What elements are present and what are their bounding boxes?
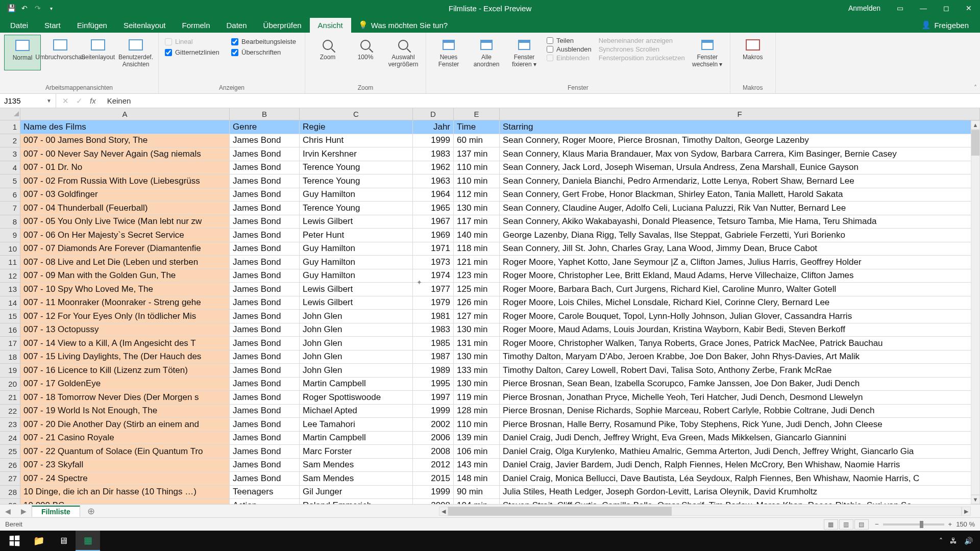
cell[interactable]: Sean Connery, Gert Frobe, Honor Blackman… — [500, 188, 980, 202]
cell[interactable]: John Glen — [300, 350, 413, 364]
cell[interactable]: 1999 — [413, 486, 454, 499]
collapse-ribbon-icon[interactable]: ˄ — [974, 84, 977, 91]
cell[interactable]: 143 min — [454, 459, 500, 472]
column-header-E[interactable]: E — [454, 108, 500, 120]
cell[interactable]: Sean Connery, Jack Lord, Joseph Wiseman,… — [500, 161, 980, 175]
view-pagelayout-icon[interactable]: ▥ — [839, 519, 853, 530]
tray-network-icon[interactable]: 🖧 — [950, 537, 957, 545]
cell[interactable]: 2002 — [413, 418, 454, 432]
vertical-scrollbar[interactable]: ▲ ▼ — [971, 120, 980, 504]
cell[interactable]: 007 - 02 From Russia With Love (Liebesgr… — [20, 174, 230, 188]
cell[interactable]: Steven Strait, Cliff Curtis, Camilla Bel… — [500, 499, 980, 504]
cell[interactable]: 118 min — [454, 242, 500, 256]
tab-formeln[interactable]: Formeln — [174, 18, 218, 33]
cell[interactable]: 1977 — [413, 283, 454, 296]
column-header-A[interactable]: A — [20, 108, 230, 120]
cell[interactable]: 007 - 16 Licence to Kill (Lizenz zum Töt… — [20, 364, 230, 378]
cell[interactable]: James Bond — [230, 378, 300, 391]
spreadsheet-grid[interactable]: ABCDEF 1Name des FilmsGenreRegieJahrTime… — [0, 108, 980, 504]
sheet-tab-active[interactable]: Filmliste — [32, 506, 80, 517]
sheet-nav-prev-icon[interactable]: ◀ — [0, 507, 16, 515]
cell[interactable]: 007 - 13 Octopussy — [20, 323, 230, 337]
cell[interactable]: James Bond — [230, 310, 300, 323]
cell[interactable]: James Bond — [230, 405, 300, 418]
cell[interactable]: 1963 — [413, 174, 454, 188]
header-cell[interactable]: Time — [454, 120, 500, 134]
cell[interactable]: 007 - 07 Diamonds Are Forever (Diamanten… — [20, 242, 230, 256]
split-button[interactable]: Teilen — [547, 37, 592, 44]
cell[interactable]: 1989 — [413, 364, 454, 378]
cell[interactable]: 140 min — [454, 229, 500, 242]
row-header[interactable]: 2 — [0, 134, 20, 148]
signin-link[interactable]: Anmelden — [840, 0, 889, 16]
cell[interactable]: 117 min — [454, 215, 500, 229]
cell[interactable]: Sean Connery, Akiko Wakabayashi, Donald … — [500, 215, 980, 229]
view-custom-button[interactable]: Benutzerdef. Ansichten — [117, 35, 154, 70]
row-header[interactable]: 11 — [0, 256, 20, 269]
cell[interactable]: 60 min — [454, 134, 500, 148]
cell[interactable]: Roger Spottiswoode — [300, 391, 413, 405]
row-header[interactable]: 28 — [0, 486, 20, 499]
cell[interactable]: James Bond — [230, 188, 300, 202]
cell[interactable]: 1965 — [413, 202, 454, 215]
view-pagebreak-icon[interactable]: ▤ — [854, 519, 869, 530]
cell[interactable]: James Bond — [230, 202, 300, 215]
cell[interactable]: Peter Hunt — [300, 229, 413, 242]
column-header-F[interactable]: F — [500, 108, 980, 120]
cell[interactable]: 1967 — [413, 215, 454, 229]
cell[interactable]: 137 min — [454, 147, 500, 161]
cell[interactable]: 130 min — [454, 323, 500, 337]
minimize-icon[interactable]: — — [912, 0, 935, 16]
cell[interactable]: Lewis Gilbert — [300, 283, 413, 296]
zoom-button[interactable]: Zoom — [309, 35, 346, 70]
taskbar-app-icon[interactable]: 🖥 — [51, 531, 76, 551]
cell[interactable]: 106 min — [454, 445, 500, 459]
cell[interactable]: 1999 — [413, 405, 454, 418]
cell[interactable]: 1969 — [413, 229, 454, 242]
tab-start[interactable]: Start — [36, 18, 69, 33]
cell[interactable]: Roger Moore, Christopher Walken, Tanya R… — [500, 337, 980, 350]
cell[interactable]: 110 min — [454, 418, 500, 432]
cell[interactable]: Guy Hamilton — [300, 242, 413, 256]
cell[interactable]: Terence Young — [300, 174, 413, 188]
cell[interactable]: 1983 — [413, 323, 454, 337]
header-cell[interactable]: Jahr — [413, 120, 454, 134]
cell[interactable]: 110 min — [454, 161, 500, 175]
cell[interactable]: 007 - 18 Tomorrow Never Dies (Der Morgen… — [20, 391, 230, 405]
cell[interactable]: John Glen — [300, 323, 413, 337]
cell[interactable]: 104 min — [454, 499, 500, 504]
cell[interactable]: 1995 — [413, 378, 454, 391]
ribbon-display-icon[interactable]: ▭ — [889, 0, 912, 16]
cell[interactable]: Timothy Dalton, Carey Lowell, Robert Dav… — [500, 364, 980, 378]
row-header[interactable]: 12 — [0, 269, 20, 283]
qat-customize-icon[interactable]: ▾ — [45, 2, 57, 14]
cell[interactable]: 1973 — [413, 256, 454, 269]
header-cell[interactable]: Starring — [500, 120, 980, 134]
cell[interactable]: 130 min — [454, 202, 500, 215]
cell[interactable]: Daniel Craig, Olga Kurylenko, Mathieu Am… — [500, 445, 980, 459]
cell[interactable]: Sean Connery, Jill St. John, Charles Gra… — [500, 242, 980, 256]
cell[interactable]: 1997 — [413, 391, 454, 405]
zoom-selection-button[interactable]: Auswahl vergrößern — [385, 35, 422, 70]
cell[interactable]: James Bond — [230, 323, 300, 337]
cell[interactable]: 007 - 24 Spectre — [20, 472, 230, 486]
cell[interactable]: 10 Dinge, die ich an Dir hasse (10 Thing… — [20, 486, 230, 499]
formula-bar[interactable]: Keinen — [102, 96, 980, 105]
cell[interactable]: Sean Connery, Claudine Auger, Adolfo Cel… — [500, 202, 980, 215]
cell[interactable]: 1979 — [413, 296, 454, 310]
row-header[interactable]: 23 — [0, 418, 20, 432]
cell[interactable]: Sean Connery, Roger Moore, Pierce Brosna… — [500, 134, 980, 148]
sheet-nav-next-icon[interactable]: ▶ — [16, 507, 32, 515]
taskbar-explorer-icon[interactable]: 📁 — [27, 531, 51, 551]
cell[interactable]: 131 min — [454, 337, 500, 350]
fx-icon[interactable]: fx — [90, 96, 96, 105]
cell[interactable]: 007 - 22 Quantum of Solace (Ein Quantum … — [20, 445, 230, 459]
cell[interactable]: Roger Moore, Carole Bouquet, Topol, Lynn… — [500, 310, 980, 323]
cell[interactable]: 007 - 15 Living Daylights, The (Der Hauc… — [20, 350, 230, 364]
row-header[interactable]: 9 — [0, 229, 20, 242]
cell[interactable]: James Bond — [230, 445, 300, 459]
cell[interactable]: James Bond — [230, 459, 300, 472]
cell[interactable]: John Glen — [300, 310, 413, 323]
row-header[interactable]: 20 — [0, 378, 20, 391]
cell[interactable]: James Bond — [230, 269, 300, 283]
